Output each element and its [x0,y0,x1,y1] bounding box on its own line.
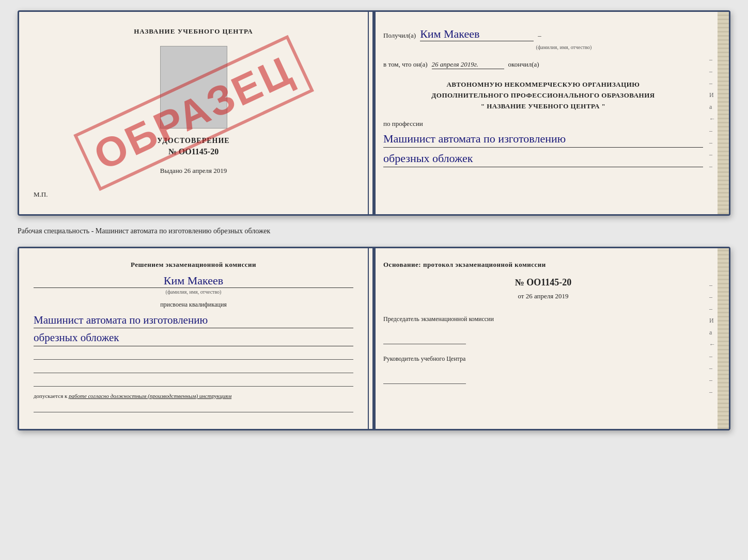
date-line: в том, что он(а) 26 апреля 2019г. окончи… [383,60,703,69]
protocol-date-value: 26 апреля 2019 [526,292,569,300]
mp-label: М.П. [34,190,48,199]
date-prefix: в том, что он(а) [383,60,428,69]
issued-label: Выдано [160,167,182,174]
qual-value-2: обрезных обложек [34,330,353,346]
director-label: Руководитель учебного Центра [383,355,703,363]
allowed-italic-text: работе согласно должностным (производств… [69,393,231,399]
fio-label-bottom: (фамилия, имя, отчество) [34,289,353,295]
issued-date: Выдано 26 апреля 2019 [160,167,227,175]
bottom-doc-right: Основание: протокол экзаменационной коми… [369,248,729,429]
date-suffix: окончил(а) [508,60,539,69]
right-edge-annotations: – – – И а ← – – – – [709,12,715,214]
basis-title: Основание: протокол экзаменационной коми… [383,261,703,269]
qual-assigned-label: присвоена квалификация [34,301,353,309]
fio-label-top: (фамилия, имя, отчество) [425,44,703,50]
director-sign-line [383,374,466,384]
protocol-number: № OO1145-20 [383,277,703,288]
profession-label: по профессии [383,120,703,128]
received-label: Получил(а) [383,31,416,40]
commission-decision: Решением экзаменационной комиссии [34,261,353,269]
cert-title: УДОСТОВЕРЕНИЕ [157,137,229,145]
director-block: Руководитель учебного Центра [383,355,703,384]
profession-value-1: Машинист автомата по изготовлению [383,131,703,148]
protocol-date-prefix: от [518,292,524,300]
bottom-document: Решением экзаменационной комиссии Ким Ма… [18,247,730,430]
school-name: НАЗВАНИЕ УЧЕБНОГО ЦЕНТРА [134,27,253,36]
person-name-bottom: Ким Макеев [34,274,353,288]
profession-value-2: обрезных обложек [383,151,703,167]
org-block: АВТОНОМНУЮ НЕКОММЕРЧЕСКУЮ ОРГАНИЗАЦИЮ ДО… [383,79,703,111]
allowed-text: допускается к работе согласно должностны… [34,393,353,399]
org-line1: АВТОНОМНУЮ НЕКОММЕРЧЕСКУЮ ОРГАНИЗАЦИЮ [383,79,703,90]
top-doc-right: Получил(а) Ким Макеев – (фамилия, имя, о… [369,12,729,214]
bottom-doc-left: Решением экзаменационной комиссии Ким Ма… [19,248,369,429]
blank-line-3 [34,377,353,387]
cert-number: № OO1145-20 [168,147,219,156]
org-line3: " НАЗВАНИЕ УЧЕБНОГО ЦЕНТРА " [383,101,703,112]
blank-line-2 [34,364,353,373]
received-line: Получил(а) Ким Макеев – [383,27,703,41]
bottom-right-edge-annotations: – – – И а ← – – – – [709,248,715,429]
chairman-label: Председатель экзаменационной комиссии [383,315,703,324]
chairman-block: Председатель экзаменационной комиссии [383,315,703,344]
separator-label: Рабочая специальность - Машинист автомат… [18,225,730,237]
top-document: НАЗВАНИЕ УЧЕБНОГО ЦЕНТРА УДОСТОВЕРЕНИЕ №… [18,10,730,216]
org-line2: ДОПОЛНИТЕЛЬНОГО ПРОФЕССИОНАЛЬНОГО ОБРАЗО… [383,90,703,101]
photo-placeholder [160,46,227,129]
top-doc-left: НАЗВАНИЕ УЧЕБНОГО ЦЕНТРА УДОСТОВЕРЕНИЕ №… [19,12,369,214]
issued-value: 26 апреля 2019 [184,167,227,174]
protocol-date: от 26 апреля 2019 [383,292,703,300]
date-value: 26 апреля 2019г. [432,60,504,69]
allowed-prefix: допускается к [34,393,67,399]
blank-line-1 [34,350,353,360]
blank-line-4 [34,403,353,412]
chairman-sign-line [383,334,466,344]
qual-value-1: Машинист автомата по изготовлению [34,313,353,328]
received-name: Ким Макеев [420,27,534,41]
